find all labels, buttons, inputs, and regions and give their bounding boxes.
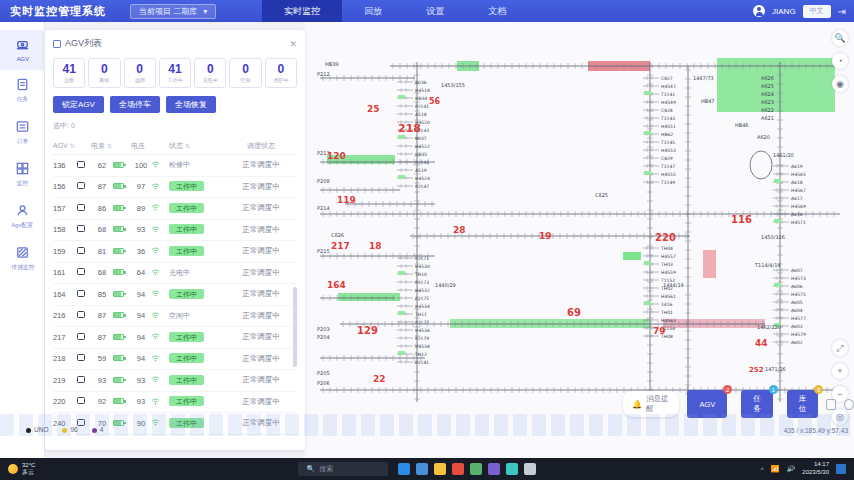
notification-center-icon[interactable] <box>836 464 846 474</box>
taskbar-app-7[interactable] <box>524 463 536 475</box>
tab-1[interactable]: 回放 <box>342 0 404 22</box>
tab-0[interactable]: 实时监控 <box>262 0 342 22</box>
col-header-agv[interactable]: AGV ⇅ <box>53 142 91 149</box>
toggle-agv-button[interactable]: AGV2 <box>687 390 727 418</box>
gauge-icon[interactable]: ◉ <box>832 76 848 92</box>
taskbar-app-2[interactable] <box>434 463 446 475</box>
taskbar-weather[interactable]: 32°C 多云 <box>0 462 43 477</box>
tray-chevron-icon[interactable]: ^ <box>761 466 764 473</box>
sidebar-item-sensor-monitor[interactable]: 传感监控 <box>0 238 45 280</box>
agv-row-157[interactable]: 1578689工作中正常调度中 <box>53 198 297 220</box>
agv-row-136[interactable]: 13662100检修中正常调度中 <box>53 155 297 177</box>
agv-number-marker[interactable]: 220 <box>655 232 676 243</box>
legend-item: UNO <box>26 426 48 433</box>
stop-all-button[interactable]: 全场停车 <box>110 96 160 113</box>
agv-row-217[interactable]: 2178794工作中正常调度中 <box>53 327 297 349</box>
col-header-battery[interactable]: 电量 ⇅ <box>91 141 131 151</box>
volume-icon[interactable]: 🔊 <box>787 465 796 473</box>
agv-row-216[interactable]: 2168794空闲中正常调度中 <box>53 306 297 328</box>
project-select-dropdown[interactable]: 当前项目 二期库 ▾ <box>130 4 216 19</box>
agv-number-marker[interactable]: 164 <box>327 280 346 290</box>
logout-icon[interactable]: ⇥ <box>838 6 846 17</box>
taskbar-app-5[interactable] <box>488 463 500 475</box>
sidebar-item-agv-config[interactable]: Agv配置 <box>0 196 45 238</box>
taskbar-app-6[interactable] <box>506 463 518 475</box>
taskbar-app-4[interactable] <box>470 463 482 475</box>
agv-row-164[interactable]: 1648594工作中正常调度中 <box>53 284 297 306</box>
agv-row-219[interactable]: 2199393工作中正常调度中 <box>53 370 297 392</box>
layers-icon[interactable] <box>826 399 836 410</box>
agv-number-marker[interactable]: 22 <box>373 374 386 384</box>
voltage-value: 94 <box>131 311 151 320</box>
sidebar-item-agv[interactable]: AGV <box>0 30 45 70</box>
lock-agv-button[interactable]: 锁定AGV <box>53 96 104 113</box>
alert-pill[interactable]: 🔔 消息提醒 <box>623 391 679 417</box>
agv-number-marker[interactable]: 217 <box>331 241 350 251</box>
agv-number-marker[interactable]: 25 <box>367 104 380 114</box>
taskbar-search[interactable]: 🔍 搜索 <box>298 462 388 476</box>
toggle-库位-button[interactable]: 库位3 <box>787 390 819 418</box>
agv-row-218[interactable]: 2185994工作中正常调度中 <box>53 349 297 371</box>
settings-icon[interactable] <box>844 399 854 410</box>
pie-icon[interactable]: ◔ <box>832 53 848 69</box>
taskbar-app-3[interactable] <box>452 463 464 475</box>
agv-number-marker[interactable]: 119 <box>337 195 356 205</box>
dispatch-status: 正常调度中 <box>225 289 297 299</box>
dispatch-status: 正常调度中 <box>225 160 297 170</box>
agv-row-159[interactable]: 1598136工作中正常调度中 <box>53 241 297 263</box>
agv-number-marker[interactable]: 116 <box>731 214 752 225</box>
stat-box-3[interactable]: 41工作中 <box>159 58 191 88</box>
agv-row-156[interactable]: 1568797工作中正常调度中 <box>53 177 297 199</box>
stat-label: 总数 <box>56 77 82 85</box>
agv-number-marker[interactable]: 218 <box>398 122 421 135</box>
search-icon[interactable]: 🔍 <box>832 30 848 46</box>
tab-3[interactable]: 文档 <box>466 0 528 22</box>
stat-box-1[interactable]: 0离线 <box>88 58 120 88</box>
agv-number-marker[interactable]: 79 <box>653 326 666 336</box>
map-label: 1471/26 <box>765 366 786 372</box>
status-badge: 工作中 <box>169 396 204 406</box>
agv-type-icon <box>77 161 85 168</box>
network-icon[interactable]: 📶 <box>771 465 780 473</box>
col-header-voltage[interactable]: 电压 <box>131 141 169 151</box>
zoom-in-icon[interactable]: + <box>832 363 848 379</box>
stat-box-0[interactable]: 41总数 <box>53 58 85 88</box>
expand-icon[interactable]: ⤢ <box>832 340 848 356</box>
stat-label: 故障 <box>127 77 153 85</box>
close-icon[interactable]: ✕ <box>289 39 297 49</box>
col-header-dispatch[interactable]: 调度状态 <box>225 141 297 151</box>
stat-box-6[interactable]: 0维护中 <box>265 58 297 88</box>
agv-type-icon <box>77 311 85 318</box>
agv-number-marker[interactable]: 44 <box>755 338 768 348</box>
agv-row-220[interactable]: 2209293工作中正常调度中 <box>53 392 297 414</box>
sidebar-item-orders[interactable]: 订单 <box>0 112 45 154</box>
sidebar-item-monitor[interactable]: 监控 <box>0 154 45 196</box>
col-header-status[interactable]: 状态 ⇅ <box>169 141 225 151</box>
resume-all-button[interactable]: 全场恢复 <box>166 96 216 113</box>
taskbar-app-0[interactable] <box>398 463 410 475</box>
language-button[interactable]: 中文 <box>803 5 831 18</box>
agv-number-marker[interactable]: 120 <box>327 151 346 161</box>
taskbar-clock[interactable]: 14:17 2023/5/30 <box>802 461 829 477</box>
stat-box-4[interactable]: 0充电中 <box>194 58 226 88</box>
track-map-canvas[interactable]: B036H4518HB34P2141A518H4520P2143B037H452… <box>305 22 854 458</box>
toggle-任务-button[interactable]: 任务1 <box>741 390 773 418</box>
stat-box-5[interactable]: 0空闲 <box>229 58 261 88</box>
taskbar-app-1[interactable] <box>416 463 428 475</box>
agv-row-161[interactable]: 1616864充电中正常调度中 <box>53 263 297 285</box>
agv-number-marker[interactable]: 19 <box>539 231 552 241</box>
table-scrollbar[interactable] <box>293 287 297 367</box>
tab-2[interactable]: 设置 <box>404 0 466 22</box>
battery-value: 92 <box>91 397 113 406</box>
agv-number-marker[interactable]: 56 <box>429 97 441 106</box>
stat-box-2[interactable]: 0故障 <box>124 58 156 88</box>
agv-number-marker[interactable]: 252 <box>749 366 764 374</box>
sidebar-item-tasks[interactable]: 任务 <box>0 70 45 112</box>
agv-row-158[interactable]: 1586893工作中正常调度中 <box>53 220 297 242</box>
agv-number-marker[interactable]: 28 <box>453 225 466 235</box>
map-label: P215 <box>317 248 330 254</box>
agv-number-marker[interactable]: 129 <box>357 325 378 336</box>
dispatch-status: 正常调度中 <box>225 268 297 278</box>
agv-number-marker[interactable]: 69 <box>567 307 581 318</box>
agv-number-marker[interactable]: 18 <box>369 241 382 251</box>
